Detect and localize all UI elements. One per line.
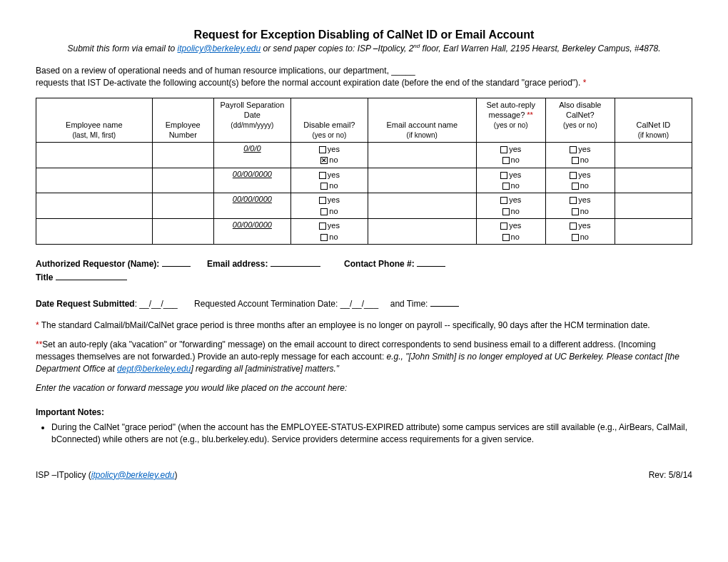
cell-employee-number[interactable] [152,168,213,193]
label-no: no [580,181,589,190]
cell-disable-email[interactable]: yesno [290,219,368,245]
cell-calnet-id[interactable] [615,193,692,219]
cell-autoreply[interactable]: yesno [476,168,545,193]
label-no: no [329,181,338,190]
checkbox-no-icon[interactable] [320,183,328,190]
checkbox-no-icon[interactable] [572,183,579,190]
cell-employee-number[interactable] [152,219,213,245]
submit-suffix-plain: ISP –Itpolicy, 2 [358,44,414,53]
th-autoreply: Set auto-reply message? ** (yes or no) [476,98,545,142]
cell-calnet-id[interactable] [615,142,692,168]
th-employee-name-sub: (last, MI, first) [73,131,116,139]
cell-calnet-id[interactable] [615,219,692,245]
cell-date[interactable]: 00/00/0000 [213,168,290,193]
label-yes: yes [509,170,521,179]
requestor-phone-label: Contact Phone #: [344,259,417,269]
cell-email-account[interactable] [368,142,476,168]
requestor-email-field[interactable] [271,266,320,267]
cell-employee-number[interactable] [152,193,213,219]
important-heading: Important Notes: [36,407,104,417]
termination-date-label: Requested Account Termination Date: [194,299,340,309]
checkbox-yes-icon[interactable] [500,146,507,153]
requestor-title-field[interactable] [56,280,127,280]
date-submitted-field[interactable]: __/__/___ [139,299,177,309]
cell-employee-number[interactable] [152,142,213,168]
checkbox-yes-icon[interactable] [500,223,507,230]
important-bullet-1: During the CalNet "grace period" (when t… [51,422,692,446]
footnote-1: * The standard Calmail/bMail/CalNet grac… [36,320,692,332]
label-no: no [511,181,520,190]
label-yes: yes [328,195,340,204]
cell-also-disable[interactable]: yesno [545,219,615,245]
cell-calnet-id[interactable] [615,168,692,193]
footer-left-suffix: ) [175,470,178,480]
footer-left-prefix: ISP –ITpolicy ( [36,470,91,480]
cell-email-account[interactable] [368,168,476,193]
checkbox-yes-icon[interactable] [319,172,326,179]
checkbox-no-icon[interactable] [320,234,328,241]
checkbox-yes-icon[interactable] [570,172,577,179]
cell-email-account[interactable] [368,219,476,245]
cell-autoreply[interactable]: yesno [476,142,545,168]
cell-email-account[interactable] [368,193,476,219]
cell-disable-email[interactable]: yes✕no [290,142,368,168]
table-row: 00/00/0000 yesno yesno yesno [36,193,692,219]
label-yes: yes [509,195,521,204]
cell-date[interactable]: 00/00/0000 [213,193,290,219]
time-label: and Time: [390,299,430,309]
label-no: no [511,207,520,215]
checkbox-no-icon[interactable] [320,208,328,215]
checkbox-no-icon[interactable] [572,234,579,241]
cell-employee-name[interactable] [36,219,153,245]
cell-date[interactable]: 0/0/0 [213,142,290,168]
cell-disable-email[interactable]: yesno [290,168,368,193]
checkbox-yes-icon[interactable] [500,197,507,204]
th-autoreply-sub: (yes or no) [494,121,528,129]
checkbox-no-icon[interactable] [502,208,510,215]
checkbox-yes-icon[interactable] [319,146,326,153]
dates-section: Date Request Submitted: __/__/___ Reques… [36,297,692,311]
label-no: no [511,233,520,241]
th-payroll-sep-sub: (dd/mm/yyyy) [231,121,273,129]
checkbox-yes-icon[interactable] [570,197,577,204]
checkbox-no-icon[interactable]: ✕ [320,157,328,164]
checkbox-yes-icon[interactable] [570,223,577,230]
label-no: no [580,233,589,241]
cell-autoreply[interactable]: yesno [476,193,545,219]
cell-also-disable[interactable]: yesno [545,142,615,168]
submission-instructions: Submit this form via email to itpolicy@b… [36,43,692,53]
table-row: 00/00/0000 yesno yesno yesno [36,168,692,193]
requestor-phone-field[interactable] [417,266,445,267]
cell-employee-name[interactable] [36,193,153,219]
submit-email-link[interactable]: itpolicy@berkeley.edu [178,44,261,53]
cell-disable-email[interactable]: yesno [290,193,368,219]
dept-email-link[interactable]: dept@berkeley.edu [117,364,191,374]
th-employee-number: Employee Number [152,98,213,142]
time-field[interactable] [430,306,459,307]
footer-email-link[interactable]: itpolicy@berkeley.edu [91,470,175,480]
cell-autoreply[interactable]: yesno [476,219,545,245]
checkbox-yes-icon[interactable] [500,172,507,179]
label-no: no [329,207,338,215]
requestor-name-field[interactable] [162,266,191,267]
checkbox-yes-icon[interactable] [319,197,326,204]
checkbox-no-icon[interactable] [502,183,510,190]
termination-date-field[interactable]: __/__/___ [340,299,378,309]
checkbox-no-icon[interactable] [572,208,579,215]
checkbox-yes-icon[interactable] [319,223,326,230]
cell-employee-name[interactable] [36,168,153,193]
intro-asterisk: * [583,78,587,88]
th-disable-email-sub: (yes or no) [313,131,347,139]
cell-also-disable[interactable]: yesno [545,168,615,193]
label-yes: yes [328,145,340,153]
cell-also-disable[interactable]: yesno [545,193,615,219]
checkbox-yes-icon[interactable] [570,146,577,153]
requestor-title-label: Title [36,272,56,282]
checkbox-no-icon[interactable] [502,157,510,164]
cell-date[interactable]: 00/00/0000 [213,219,290,245]
checkbox-no-icon[interactable] [502,234,510,241]
checkbox-no-icon[interactable] [572,157,579,164]
cell-employee-name[interactable] [36,142,153,168]
label-yes: yes [578,145,590,153]
important-notes: Important Notes: During the CalNet "grac… [36,407,692,445]
